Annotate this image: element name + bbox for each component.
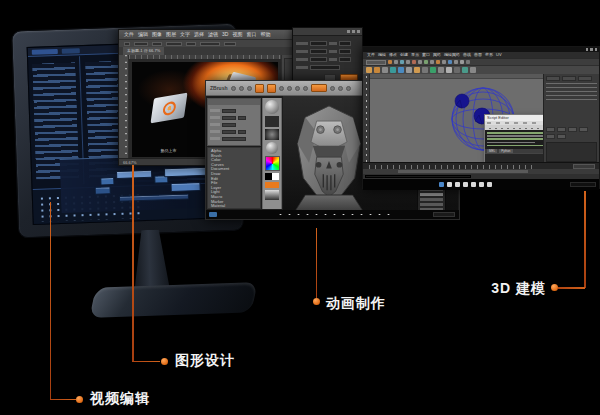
zbrush-tool-strip	[262, 98, 282, 209]
callout-dot-video-editing	[76, 396, 83, 403]
module-selector	[366, 60, 386, 65]
video-editor-tab	[62, 48, 80, 54]
callout-dot-animation	[313, 298, 320, 305]
minimize-icon	[586, 48, 589, 51]
callout-line-graphic-design	[132, 361, 160, 363]
windows-taskbar	[206, 210, 459, 219]
document-tab: 未标题-1 @ 66.7%	[123, 47, 164, 55]
monitor-stand-neck	[132, 229, 170, 292]
callout-label-graphic-design: 图形设计	[175, 352, 235, 370]
timeline-clip	[100, 177, 114, 185]
menu-item: 修改	[389, 53, 397, 57]
maximize-icon	[352, 30, 355, 33]
channel-box-panel	[543, 74, 599, 162]
zbrush-floating-palette	[207, 98, 261, 146]
white-swatch	[272, 173, 279, 180]
callout-line-video-editing	[50, 202, 52, 399]
option-field	[186, 42, 196, 46]
menu-item: 图像	[152, 32, 162, 37]
menu-item: 变形	[485, 53, 493, 57]
menu-item: 图层	[166, 32, 176, 37]
callout-line-3d-modeling	[584, 191, 586, 288]
option-field	[166, 42, 182, 46]
timeline-clip	[119, 193, 189, 201]
menu-item: 编辑网格	[444, 53, 460, 57]
software-promo-composite: 文件编辑图像图层文字选择滤镜3D视图窗口帮助 未标题-1 @ 66.7%	[0, 0, 600, 415]
panel-tabs	[546, 76, 597, 81]
menu-item: 曲线	[463, 53, 471, 57]
maya-window: 文件编辑修改创建显示窗口网格编辑网格曲线曲面变形UV	[362, 46, 600, 189]
color-swatches	[265, 173, 279, 180]
windows-taskbar	[363, 179, 599, 190]
toolbar-icon	[338, 86, 343, 91]
edit-mode-button	[267, 84, 276, 93]
option-field	[200, 42, 220, 46]
gradient-swatch	[265, 190, 279, 200]
option-field	[152, 42, 162, 46]
timeline-clip	[170, 182, 200, 192]
timeline-clip	[164, 167, 208, 178]
taskbar-icons	[439, 182, 492, 187]
dialog-row	[296, 56, 361, 62]
stroke-thumbnail	[265, 116, 279, 127]
menu-item: 文字	[180, 32, 190, 37]
start-button-icon	[209, 212, 217, 217]
menu-item: 文件	[124, 32, 134, 37]
brush-thumbnail	[265, 100, 279, 114]
tool-preset-icon	[124, 42, 130, 46]
menu-item: 曲面	[474, 53, 482, 57]
dialog-row	[296, 48, 361, 54]
maya-viewport: Script Editor MELPython	[370, 74, 543, 162]
active-tool-button	[311, 84, 327, 92]
maximize-icon	[590, 48, 593, 51]
menu-item: 创建	[400, 53, 408, 57]
callout-label-3d-modeling: 3D 建模	[446, 280, 546, 298]
maya-toolbox	[363, 74, 370, 162]
alpha-thumbnail	[265, 129, 279, 140]
attribute-rows	[546, 83, 597, 101]
menu-item: 文件	[367, 53, 375, 57]
callout-dot-3d-modeling	[551, 284, 558, 291]
color-picker	[265, 156, 280, 171]
maya-main-area: Script Editor MELPython	[363, 74, 599, 162]
toolbar-icon	[239, 86, 244, 91]
photoshop-toolbar	[119, 55, 129, 160]
settings-dialog-fragment	[292, 27, 363, 86]
maya-shelf	[363, 65, 599, 74]
script-editor-window: Script Editor MELPython	[484, 114, 543, 162]
monitor-stand-base	[89, 282, 257, 318]
menu-item: 编辑	[378, 53, 386, 57]
menu-item: 滤镜	[208, 32, 218, 37]
menu-item: 网格	[433, 53, 441, 57]
maya-status-line	[363, 58, 599, 65]
poster-caption-left: 新品上市	[161, 148, 177, 153]
menu-item: UV	[496, 53, 502, 57]
menu-item: 窗口	[246, 32, 256, 37]
video-editor-tab	[32, 49, 58, 55]
menu-item: 显示	[411, 53, 419, 57]
toolbar-icon	[247, 86, 252, 91]
callout-dot-graphic-design	[161, 358, 168, 365]
callout-label-animation: 动画制作	[326, 295, 386, 313]
toolbar-icon	[330, 86, 335, 91]
taskbar-icons	[276, 212, 396, 217]
script-input-area	[485, 153, 543, 162]
time-ticks	[369, 165, 537, 169]
callout-line-3d-modeling	[558, 287, 585, 289]
layer-list-box	[546, 142, 597, 162]
draw-mode-button	[255, 84, 264, 93]
menu-item: 窗口	[422, 53, 430, 57]
menu-item: 视图	[232, 32, 242, 37]
toolbar-icon	[303, 86, 308, 91]
minimize-icon	[347, 30, 350, 33]
script-output	[485, 130, 543, 149]
callout-line-video-editing	[50, 399, 76, 401]
dialog-row	[296, 40, 361, 46]
window-buttons	[347, 30, 360, 33]
zbrush-logo: ZBrush	[210, 85, 228, 91]
menu-item: 帮助	[260, 32, 270, 37]
callout-line-graphic-design	[132, 165, 134, 361]
window-buttons	[586, 48, 598, 51]
toolbar-icon	[346, 86, 351, 91]
menu-item: 编辑	[138, 32, 148, 37]
